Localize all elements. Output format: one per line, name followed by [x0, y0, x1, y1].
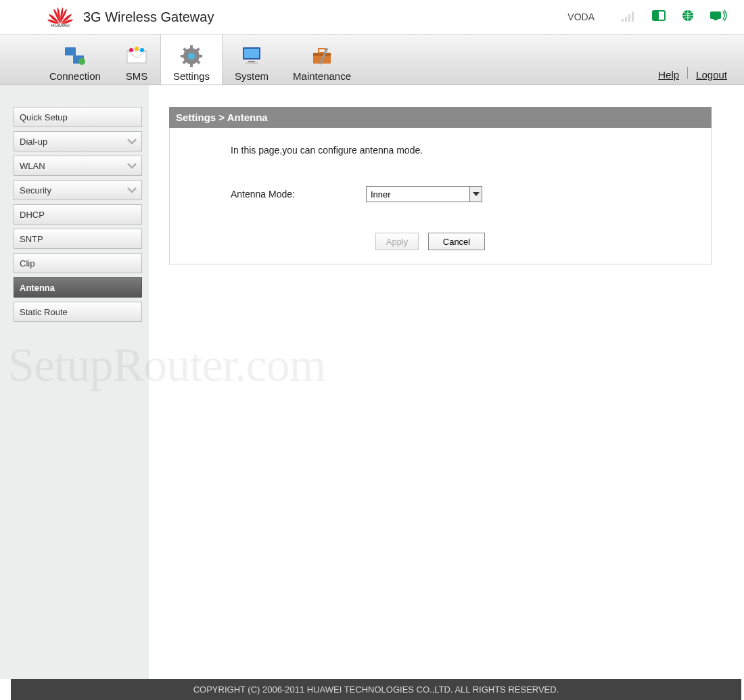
sidebar-item-label: Clip: [20, 258, 34, 269]
button-row: Apply Cancel: [170, 233, 691, 250]
wifi-broadcast-icon: [710, 9, 727, 24]
svg-rect-3: [632, 11, 634, 22]
nav-label: Connection: [49, 70, 101, 82]
sidebar-item-label: SNTP: [20, 234, 43, 244]
svg-rect-7: [710, 11, 721, 19]
svg-rect-18: [190, 45, 193, 49]
sidebar-item-dialup[interactable]: Dial-up: [14, 131, 142, 151]
dropdown-arrow-icon: [469, 187, 482, 202]
sidebar-item-label: Antenna: [20, 283, 55, 293]
svg-rect-0: [622, 19, 624, 22]
chevron-down-icon: [126, 161, 137, 171]
nav-label: SMS: [126, 70, 148, 82]
sidebar-item-static-route[interactable]: Static Route: [14, 302, 142, 322]
nav-system[interactable]: System: [223, 34, 281, 85]
svg-point-17: [188, 53, 195, 60]
sidebar-item-label: Static Route: [20, 307, 68, 317]
sidebar-item-wlan[interactable]: WLAN: [14, 156, 142, 176]
svg-point-14: [135, 47, 139, 51]
status-icons: [622, 9, 727, 25]
sidebar-item-quick-setup[interactable]: Quick Setup: [14, 107, 142, 127]
sidebar: Quick Setup Dial-up WLAN Security DHCP S…: [0, 85, 149, 679]
svg-point-11: [78, 58, 85, 65]
svg-rect-32: [319, 49, 325, 53]
globe-icon: [681, 9, 695, 25]
sidebar-item-dhcp[interactable]: DHCP: [14, 204, 142, 225]
svg-rect-19: [190, 63, 193, 67]
nav-sms[interactable]: SMS: [113, 34, 160, 85]
help-link[interactable]: Help: [658, 69, 679, 80]
nav-connection[interactable]: Connection: [37, 34, 113, 85]
page-title: 3G Wireless Gateway: [83, 9, 214, 25]
apply-button: Apply: [375, 233, 419, 250]
svg-rect-21: [198, 55, 202, 57]
chevron-down-icon: [126, 185, 137, 195]
signal-icon: [622, 9, 636, 24]
cancel-button[interactable]: Cancel: [428, 233, 485, 250]
svg-point-13: [129, 48, 133, 52]
copyright-text: COPYRIGHT (C) 2006-2011 HUAWEI TECHNOLOG…: [193, 684, 559, 695]
svg-rect-1: [625, 17, 627, 22]
system-monitor-icon: [240, 45, 263, 68]
antenna-mode-label: Antenna Mode:: [231, 189, 366, 200]
sidebar-item-label: DHCP: [20, 210, 45, 220]
svg-rect-28: [248, 61, 255, 62]
sidebar-item-sntp[interactable]: SNTP: [14, 229, 142, 249]
maintenance-toolbox-icon: [310, 45, 333, 68]
footer: COPYRIGHT (C) 2006-2011 HUAWEI TECHNOLOG…: [11, 679, 741, 700]
nav-maintenance[interactable]: Maintenance: [281, 34, 363, 85]
sidebar-item-security[interactable]: Security: [14, 180, 142, 200]
main-nav: Connection SMS Settings System Maintenan…: [0, 34, 744, 85]
huawei-logo-icon: [47, 7, 73, 24]
sidebar-item-label: Security: [20, 185, 51, 195]
brand-logo: HUAWEI: [47, 7, 73, 28]
sidebar-item-label: Quick Setup: [20, 112, 68, 122]
header: HUAWEI 3G Wireless Gateway VODA: [0, 0, 744, 34]
svg-rect-5: [653, 11, 659, 20]
svg-rect-2: [628, 14, 630, 22]
svg-point-15: [140, 48, 144, 52]
svg-rect-27: [244, 49, 259, 58]
sim-icon: [651, 9, 666, 24]
svg-rect-20: [181, 55, 185, 57]
body: Quick Setup Dial-up WLAN Security DHCP S…: [0, 85, 744, 679]
svg-rect-9: [65, 47, 76, 55]
chevron-down-icon: [126, 137, 137, 147]
svg-rect-29: [246, 62, 258, 64]
antenna-mode-select[interactable]: Inner: [366, 186, 482, 202]
nav-label: System: [235, 70, 269, 82]
nav-label: Maintenance: [293, 70, 351, 82]
form-row-antenna-mode: Antenna Mode: Inner: [231, 186, 691, 202]
panel: In this page,you can configure antenna m…: [169, 128, 712, 264]
carrier-label: VODA: [567, 11, 595, 22]
select-value: Inner: [371, 189, 391, 200]
brand-text: HUAWEI: [51, 23, 70, 28]
nav-separator: [687, 67, 688, 79]
nav-label: Settings: [173, 70, 210, 82]
page-description: In this page,you can configure antenna m…: [231, 145, 691, 156]
sidebar-item-label: Dial-up: [20, 137, 47, 147]
sms-icon: [125, 45, 148, 68]
connection-icon: [64, 45, 87, 68]
sidebar-item-antenna[interactable]: Antenna: [14, 277, 142, 298]
breadcrumb: Settings > Antenna: [169, 107, 712, 128]
content: Settings > Antenna In this page,you can …: [149, 85, 744, 679]
sidebar-item-clip[interactable]: Clip: [14, 253, 142, 273]
sidebar-item-label: WLAN: [20, 161, 45, 171]
svg-rect-8: [714, 19, 718, 20]
logout-link[interactable]: Logout: [696, 69, 727, 80]
nav-settings[interactable]: Settings: [160, 34, 223, 85]
settings-gear-icon: [180, 45, 203, 68]
